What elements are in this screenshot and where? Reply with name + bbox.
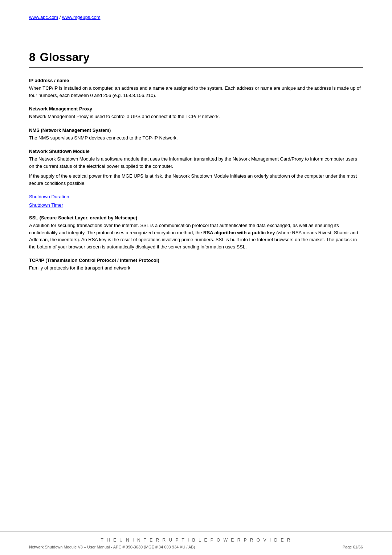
entry-title-nmp: Network Management Proxy [29, 106, 363, 112]
chapter-number: 8 [29, 50, 36, 64]
entry-body-nmp: Network Management Proxy is used to cont… [29, 113, 363, 120]
header-links: www.apc.com / www.mgeups.com [29, 15, 363, 20]
links-block: Shutdown Duration Shutdown Timer [29, 194, 363, 208]
glossary-entry-nms: NMS (Network Management System) The NMS … [29, 127, 363, 142]
ssl-body-bold: RSA algorithm with a public key [203, 230, 275, 235]
footer-document: Network Shutdown Module V3 – User Manual… [29, 545, 195, 549]
entry-title-nsm: Network Shutdown Module [29, 149, 363, 154]
entry-body-nsm-2: If the supply of the electrical power fr… [29, 173, 363, 187]
link-item-shutdown-duration: Shutdown Duration [29, 194, 363, 199]
page-footer: T H E U N I N T E R R U P T I B L E P O … [0, 531, 392, 555]
entry-body-ssl: A solution for securing transactions ove… [29, 222, 363, 250]
glossary-entry-tcp-ip: TCP/IP (Transmission Control Protocol / … [29, 258, 363, 272]
entry-title-ssl: SSL (Secure Socket Layer, created by Net… [29, 215, 363, 220]
entry-title-nms: NMS (Network Management System) [29, 127, 363, 133]
entry-body-ip-address: When TCP/IP is installed on a computer, … [29, 85, 363, 99]
entry-title-tcp-ip: TCP/IP (Transmission Control Protocol / … [29, 258, 363, 263]
mgeups-link[interactable]: www.mgeups.com [62, 15, 100, 20]
glossary-entry-ssl: SSL (Secure Socket Layer, created by Net… [29, 215, 363, 250]
entry-body-nsm-1: The Network Shutdown Module is a softwar… [29, 155, 363, 170]
apc-link[interactable]: www.apc.com [29, 15, 58, 20]
footer-tagline: T H E U N I N T E R R U P T I B L E P O … [29, 538, 363, 543]
main-content: 8 Glossary IP address / name When TCP/IP… [29, 50, 363, 526]
shutdown-timer-link[interactable]: Shutdown Timer [29, 202, 63, 208]
chapter-heading: 8 Glossary [29, 50, 363, 68]
shutdown-duration-link[interactable]: Shutdown Duration [29, 194, 69, 199]
glossary-entry-ip-address: IP address / name When TCP/IP is install… [29, 78, 363, 99]
link-separator: / [60, 15, 62, 20]
entry-body-tcp-ip: Family of protocols for the transport an… [29, 264, 363, 272]
footer-bottom: Network Shutdown Module V3 – User Manual… [29, 545, 363, 549]
entry-title-ip-address: IP address / name [29, 78, 363, 83]
glossary-entry-nmp: Network Management Proxy Network Managem… [29, 106, 363, 120]
glossary-entry-nsm: Network Shutdown Module The Network Shut… [29, 149, 363, 187]
entry-body-nms: The NMS supervises SNMP devices connecte… [29, 134, 363, 142]
chapter-title: Glossary [40, 50, 90, 64]
link-item-shutdown-timer: Shutdown Timer [29, 202, 363, 208]
page-header: www.apc.com / www.mgeups.com [29, 15, 363, 20]
footer-page: Page 61/66 [343, 545, 363, 549]
